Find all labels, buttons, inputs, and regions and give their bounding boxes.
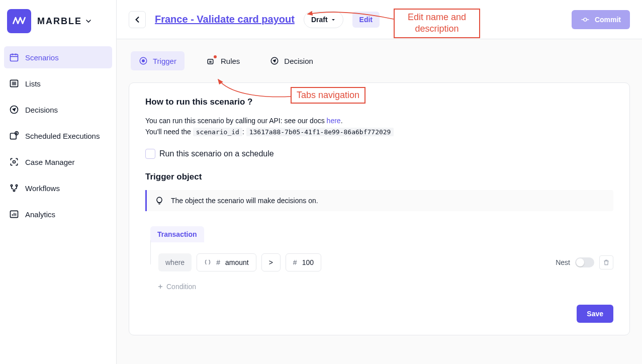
sidebar-item-label: Scheduled Executions [25, 132, 100, 140]
back-button[interactable] [129, 11, 146, 28]
trash-icon [603, 259, 610, 266]
tab-label: Trigger [153, 57, 176, 65]
logo-wave-icon [12, 14, 26, 28]
annotation-tabs-nav: Tabs navigation [291, 87, 365, 104]
condition-controls: Nest [556, 255, 613, 269]
tabs: Trigger Rules Decision [129, 51, 630, 70]
sidebar-item-case-manager[interactable]: Case Manager [4, 151, 112, 173]
add-condition-button[interactable]: Condition [150, 271, 613, 291]
svg-point-7 [16, 185, 17, 186]
nest-toggle[interactable] [575, 257, 594, 267]
commit-button[interactable]: Commit [572, 10, 630, 29]
sidebar-item-lists[interactable]: Lists [4, 72, 112, 95]
run-heading: How to run this scenario ? [145, 97, 613, 107]
hash-icon: # [293, 258, 297, 266]
sidebar-item-scenarios[interactable]: Scenarios [4, 46, 112, 68]
status-dropdown[interactable]: Draft [304, 11, 343, 28]
badge-dot [214, 55, 217, 58]
run-desc-suffix: . [341, 117, 343, 125]
main-content: Trigger Rules Decision How to run this s… [117, 39, 642, 364]
topbar-left: France - Validate card payout Draft Edit [129, 11, 380, 28]
add-condition-label: Condition [166, 283, 196, 291]
trigger-callout: The object the scenario will make decisi… [145, 190, 613, 211]
operator-selector[interactable]: > [261, 253, 281, 271]
tab-rules[interactable]: Rules [199, 51, 248, 70]
scenario-id-line: You'll need the scenario_id: 13617a88-7b… [145, 126, 613, 138]
id-prefix: You'll need the [145, 128, 193, 136]
delete-condition-button[interactable] [599, 255, 613, 269]
rules-icon [207, 56, 216, 65]
schedule-label: Run this scenario on a schedule [159, 149, 274, 158]
brand-logo [7, 9, 31, 33]
scan-icon [9, 157, 19, 167]
trigger-object-pill[interactable]: Transaction [150, 226, 204, 242]
list-icon [9, 78, 19, 88]
id-label: scenario_id [193, 128, 242, 136]
sidebar-item-label: Scenarios [25, 53, 59, 62]
edit-button[interactable]: Edit [352, 12, 380, 28]
tab-trigger[interactable]: Trigger [131, 51, 185, 70]
sidebar-item-workflows[interactable]: Workflows [4, 177, 112, 199]
trigger-heading: Trigger object [145, 172, 613, 182]
scenario-title[interactable]: France - Validate card payout [155, 14, 295, 25]
annotation-edit-name: Edit name and description [394, 9, 480, 38]
run-desc-prefix: You can run this scenario by calling our… [145, 117, 327, 125]
lightbulb-icon [155, 196, 164, 205]
chevron-left-icon [134, 17, 140, 23]
sidebar-item-decisions[interactable]: Decisions [4, 99, 112, 121]
svg-point-12 [142, 60, 145, 62]
chevron-down-icon [86, 19, 91, 24]
sidebar: MARBLE Scenarios Lists Decisions Schedul… [0, 0, 117, 364]
status-label: Draft [311, 16, 328, 24]
sidebar-item-label: Case Manager [25, 158, 74, 166]
topbar: France - Validate card payout Draft Edit… [117, 0, 642, 39]
sidebar-nav: Scenarios Lists Decisions Scheduled Exec… [4, 46, 112, 225]
commit-label: Commit [595, 16, 621, 24]
braces-icon [204, 259, 211, 266]
field-label: amount [225, 258, 249, 266]
tab-label: Decision [284, 57, 313, 65]
clock-box-icon [9, 131, 19, 141]
trigger-panel: How to run this scenario ? You can run t… [129, 82, 630, 335]
tab-label: Rules [221, 57, 240, 65]
plus-icon [157, 284, 163, 290]
field-selector[interactable]: # amount [197, 253, 256, 271]
compass-icon [270, 56, 279, 65]
target-icon [139, 56, 148, 65]
schedule-row: Run this scenario on a schedule [145, 149, 613, 159]
brand-name: MARBLE [37, 16, 91, 27]
commit-icon [581, 15, 590, 24]
svg-rect-0 [11, 54, 18, 61]
id-sep: : [242, 128, 246, 136]
value-selector[interactable]: # 100 [286, 253, 321, 271]
svg-point-6 [11, 185, 12, 186]
brand-block[interactable]: MARBLE [4, 9, 112, 46]
operator-label: > [269, 258, 273, 266]
docs-link[interactable]: here [327, 117, 341, 125]
sidebar-item-scheduled[interactable]: Scheduled Executions [4, 125, 112, 147]
nest-label: Nest [556, 258, 570, 266]
compass-icon [9, 105, 19, 115]
chart-icon [9, 209, 19, 219]
sidebar-item-label: Workflows [25, 184, 60, 193]
tab-decision[interactable]: Decision [262, 51, 321, 70]
sidebar-item-label: Analytics [25, 210, 55, 219]
callout-text: The object the scenario will make decisi… [171, 197, 318, 205]
condition-row: where # amount > # 100 Nest [150, 242, 613, 271]
save-row: Save [145, 291, 613, 323]
save-button[interactable]: Save [577, 305, 613, 323]
svg-point-5 [13, 161, 16, 163]
sidebar-item-analytics[interactable]: Analytics [4, 203, 112, 225]
tree-connector [150, 240, 151, 264]
schedule-checkbox[interactable] [145, 149, 155, 159]
svg-point-8 [13, 190, 15, 191]
caret-down-icon [331, 17, 336, 22]
sidebar-item-label: Lists [25, 79, 41, 88]
brand-label: MARBLE [37, 16, 82, 27]
where-chip: where [158, 253, 192, 271]
calendar-icon [9, 52, 19, 62]
sidebar-item-label: Decisions [25, 106, 58, 114]
flow-icon [9, 183, 19, 193]
condition-tree: Transaction where # amount > # 100 Nest [145, 224, 613, 291]
run-description: You can run this scenario by calling our… [145, 115, 613, 126]
